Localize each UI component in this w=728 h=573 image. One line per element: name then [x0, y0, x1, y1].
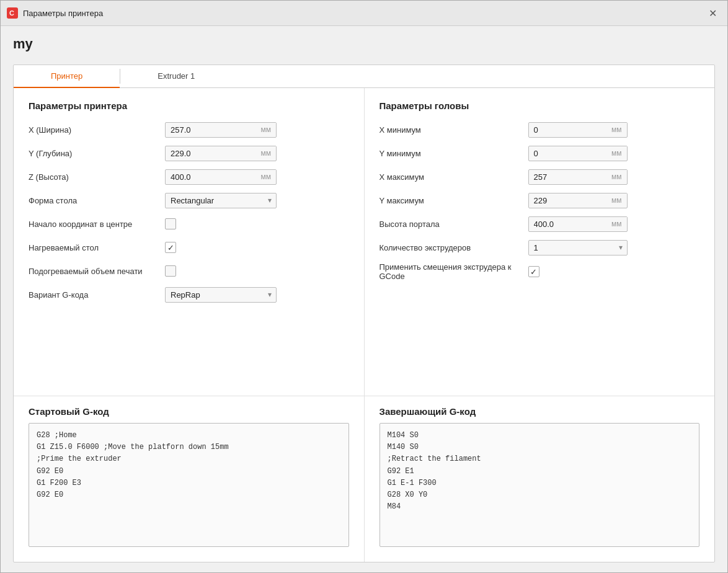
input-x-max-field[interactable]: [529, 170, 607, 184]
bottom-sections: Стартовый G-код G28 ;Home G1 Z15.0 F6000…: [14, 396, 714, 562]
label-z-height: Z (Высота): [29, 172, 165, 182]
input-y-depth-field[interactable]: [166, 146, 256, 161]
label-x-width: X (Ширина): [29, 125, 165, 135]
checkbox-heated-bed[interactable]: [165, 242, 176, 253]
app-icon: C: [7, 7, 18, 19]
tabs-row: Принтер Extruder 1: [14, 65, 714, 88]
head-params-title: Параметры головы: [380, 100, 700, 111]
input-wrap-apply-extruder-offset: [528, 266, 700, 277]
input-wrap-gcode-variant: RepRap Marlin Sailfish ▾: [165, 287, 349, 303]
tab-printer[interactable]: Принтер: [14, 65, 120, 88]
close-button[interactable]: ✕: [704, 4, 721, 22]
unit-y-depth: мм: [256, 146, 277, 160]
field-portal-height: Высота портала мм: [380, 215, 700, 233]
checkbox-apply-extruder-offset[interactable]: [528, 266, 539, 277]
field-gcode-variant: Вариант G-кода RepRap Marlin Sailfish ▾: [29, 286, 349, 303]
unit-y-min: мм: [606, 146, 627, 160]
input-portal-height-field[interactable]: [529, 217, 607, 231]
field-origin-center: Начало координат в центре: [29, 215, 349, 233]
input-wrap-heated-bed: [165, 242, 349, 253]
unit-x-width: мм: [256, 123, 277, 136]
label-x-max: X максимум: [380, 172, 528, 182]
input-wrap-y-depth: мм: [165, 146, 349, 161]
label-portal-height: Высота портала: [380, 220, 528, 229]
label-y-max: Y максимум: [380, 196, 528, 205]
start-gcode-box[interactable]: G28 ;Home G1 Z15.0 F6000 ;Move the platf…: [29, 423, 349, 547]
input-wrap-x-width: мм: [165, 122, 349, 138]
input-y-max-field[interactable]: [529, 193, 607, 208]
select-gcode-variant[interactable]: RepRap Marlin Sailfish: [165, 287, 277, 303]
input-x-min-field[interactable]: [529, 123, 607, 137]
end-gcode-box[interactable]: M104 S0 M140 S0 ;Retract the filament G9…: [380, 423, 700, 547]
label-origin-center: Начало координат в центре: [29, 220, 165, 229]
main-window: C Параметры принтера ✕ my Принтер Extrud…: [0, 0, 728, 573]
input-y-depth[interactable]: мм: [165, 146, 277, 161]
select-wrap-gcode-variant[interactable]: RepRap Marlin Sailfish ▾: [165, 287, 277, 303]
label-extruder-count: Количество экструдеров: [380, 243, 528, 252]
tabs-container: Принтер Extruder 1 Параметры принтера X …: [13, 64, 715, 562]
input-y-min-field[interactable]: [529, 146, 607, 161]
checkbox-heated-volume[interactable]: [165, 265, 176, 277]
field-heated-volume: Подогреваемый объем печати: [29, 262, 349, 280]
input-wrap-bed-shape: Rectangular Circular ▾: [165, 193, 349, 208]
select-wrap-extruder-count[interactable]: 1 2 3 4 ▾: [528, 240, 628, 255]
field-x-min: X минимум мм: [380, 121, 700, 138]
select-wrap-bed-shape[interactable]: Rectangular Circular ▾: [165, 193, 277, 208]
tab-extruder1[interactable]: Extruder 1: [120, 65, 232, 88]
unit-z-height: мм: [256, 170, 277, 184]
svg-text:C: C: [9, 9, 14, 17]
select-extruder-count[interactable]: 1 2 3 4: [528, 240, 628, 255]
left-panel: Параметры принтера X (Ширина) мм: [14, 88, 365, 396]
field-extruder-count: Количество экструдеров 1 2 3 4 ▾: [380, 239, 700, 256]
unit-y-max: мм: [606, 193, 627, 207]
right-panel: Параметры головы X минимум мм Y минимум: [365, 88, 715, 396]
label-apply-extruder-offset: Применить смещения экструдера к GCode: [380, 262, 528, 281]
start-gcode-section: Стартовый G-код G28 ;Home G1 Z15.0 F6000…: [14, 396, 365, 562]
end-gcode-section: Завершающий G-код M104 S0 M140 S0 ;Retra…: [365, 396, 715, 562]
content-area: Параметры принтера X (Ширина) мм: [14, 88, 714, 396]
label-gcode-variant: Вариант G-кода: [29, 290, 165, 300]
label-heated-bed: Нагреваемый стол: [29, 243, 165, 252]
checkbox-origin-center[interactable]: [165, 218, 176, 229]
field-y-min: Y минимум мм: [380, 144, 700, 162]
field-apply-extruder-offset: Применить смещения экструдера к GCode: [380, 262, 700, 281]
field-heated-bed: Нагреваемый стол: [29, 239, 349, 256]
input-wrap-portal-height[interactable]: мм: [528, 216, 628, 232]
label-y-depth: Y (Глубина): [29, 149, 165, 158]
profile-name: my: [13, 36, 715, 57]
input-wrap-y-min[interactable]: мм: [528, 146, 628, 161]
input-wrap-x-max[interactable]: мм: [528, 169, 628, 185]
input-x-width[interactable]: мм: [165, 122, 277, 138]
field-z-height: Z (Высота) мм: [29, 168, 349, 185]
printer-params-title: Параметры принтера: [29, 100, 349, 111]
label-bed-shape: Форма стола: [29, 196, 165, 205]
field-x-max: X максимум мм: [380, 168, 700, 185]
title-bar: C Параметры принтера ✕: [1, 1, 727, 26]
field-bed-shape: Форма стола Rectangular Circular ▾: [29, 192, 349, 209]
input-z-height[interactable]: мм: [165, 169, 277, 185]
label-y-min: Y минимум: [380, 149, 528, 158]
start-gcode-title: Стартовый G-код: [29, 406, 349, 417]
input-wrap-origin-center: [165, 218, 349, 229]
input-wrap-heated-volume: [165, 265, 349, 277]
field-x-width: X (Ширина) мм: [29, 121, 349, 138]
input-x-width-field[interactable]: [166, 123, 256, 137]
input-wrap-y-max[interactable]: мм: [528, 193, 628, 208]
label-heated-volume: Подогреваемый объем печати: [29, 267, 165, 276]
window-body: my Принтер Extruder 1 Параметры принтера…: [1, 26, 727, 572]
unit-x-min: мм: [606, 123, 627, 136]
select-bed-shape[interactable]: Rectangular Circular: [165, 193, 277, 208]
window-title: Параметры принтера: [23, 9, 699, 18]
input-wrap-z-height: мм: [165, 169, 349, 185]
unit-x-max: мм: [606, 170, 627, 184]
end-gcode-title: Завершающий G-код: [380, 406, 700, 417]
field-y-max: Y максимум мм: [380, 192, 700, 209]
label-x-min: X минимум: [380, 125, 528, 135]
input-wrap-x-min[interactable]: мм: [528, 122, 628, 138]
field-y-depth: Y (Глубина) мм: [29, 144, 349, 162]
unit-portal-height: мм: [606, 217, 627, 231]
input-z-height-field[interactable]: [166, 170, 256, 184]
